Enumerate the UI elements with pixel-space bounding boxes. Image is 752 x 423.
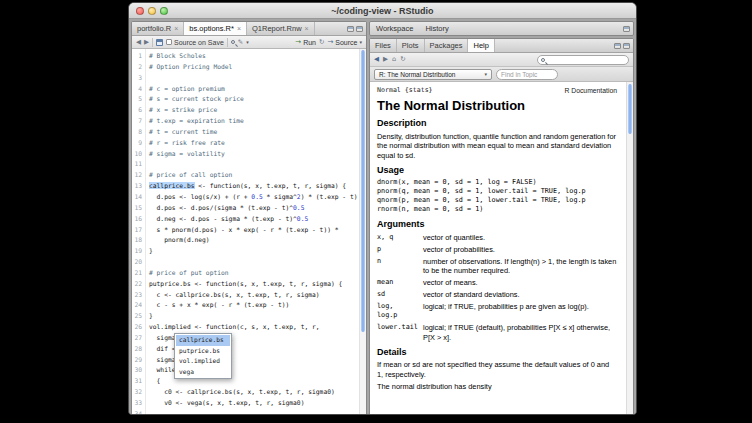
window-titlebar[interactable]: ~/coding-view - RStudio bbox=[129, 3, 636, 19]
code-line: d.pos <- log(s/x) + (r + 0.5 * sigma^2) … bbox=[149, 192, 359, 203]
argument-name: x, q bbox=[377, 233, 417, 242]
argument-row: meanvector of means. bbox=[377, 278, 617, 287]
workbench: portfolio.R×bs.options.R*×Q1Report.Rnw× … bbox=[129, 19, 636, 415]
tab-history[interactable]: History bbox=[419, 22, 454, 35]
window-title: ~/coding-view - RStudio bbox=[129, 6, 636, 16]
argument-name: sd bbox=[377, 290, 417, 299]
tab-plots[interactable]: Plots bbox=[397, 39, 425, 52]
line-number: 34 bbox=[132, 409, 142, 415]
find-in-topic-input[interactable] bbox=[496, 69, 558, 80]
code-tools-icon[interactable]: ✎ bbox=[238, 39, 243, 46]
source-on-save-label: Source on Save bbox=[174, 39, 224, 46]
tab-workspace[interactable]: Workspace bbox=[370, 22, 419, 35]
maximize-pane-icon[interactable] bbox=[623, 43, 630, 49]
line-number: 16 bbox=[132, 214, 142, 225]
help-topic-dropdown[interactable]: R: The Normal Distribution ▾ bbox=[374, 69, 492, 80]
code-line: } bbox=[149, 311, 359, 322]
scrollbar-thumb[interactable] bbox=[628, 84, 632, 134]
description-text: Density, distribution function, quantile… bbox=[377, 132, 617, 160]
line-number: 11 bbox=[132, 159, 142, 170]
line-number: 1 bbox=[132, 51, 142, 62]
code-line: d.neg <- d.pos - sigma * (t.exp - t)^0.5 bbox=[149, 214, 359, 225]
source-tab-portfolio-r[interactable]: portfolio.R× bbox=[132, 22, 184, 35]
back-icon[interactable]: ◀ bbox=[136, 39, 141, 46]
code-line: # c = option premium bbox=[149, 84, 359, 95]
tab-close-icon[interactable]: × bbox=[174, 25, 178, 32]
maximize-pane-icon[interactable] bbox=[356, 26, 363, 32]
code-line: } bbox=[149, 246, 359, 257]
autocomplete-item[interactable]: putprice.bs bbox=[176, 346, 230, 357]
source-tab-q1report-rnw[interactable]: Q1Report.Rnw× bbox=[247, 22, 315, 35]
zoom-window-button[interactable] bbox=[160, 7, 168, 15]
help-search-box[interactable] bbox=[537, 55, 629, 65]
minimize-pane-icon[interactable] bbox=[347, 26, 354, 32]
editor-scrollbar[interactable] bbox=[359, 49, 366, 415]
save-icon[interactable] bbox=[156, 39, 163, 46]
help-title: The Normal Distribution bbox=[377, 98, 617, 113]
argument-name: log, log.p bbox=[377, 302, 417, 321]
code-line: # t.exp = expiration time bbox=[149, 116, 359, 127]
chevron-down-icon[interactable]: ▾ bbox=[246, 39, 249, 45]
forward-icon[interactable]: ▶ bbox=[383, 56, 388, 63]
tab-help[interactable]: Help bbox=[468, 39, 494, 52]
section-heading-description: Description bbox=[377, 119, 617, 128]
code-line bbox=[149, 73, 359, 84]
tab-close-icon[interactable]: × bbox=[237, 25, 241, 32]
source-tab-bar: portfolio.R×bs.options.R*×Q1Report.Rnw× bbox=[132, 22, 366, 36]
refresh-icon[interactable]: ↻ bbox=[400, 56, 405, 63]
code-line: s * pnorm(d.pos) - x * exp( - r * (t.exp… bbox=[149, 225, 359, 236]
search-icon bbox=[541, 58, 545, 62]
home-icon[interactable]: ⌂ bbox=[392, 56, 396, 63]
argument-name: p bbox=[377, 245, 417, 254]
autocomplete-item[interactable]: vega bbox=[176, 367, 230, 378]
tab-packages[interactable]: Packages bbox=[425, 39, 469, 52]
code-line bbox=[149, 159, 359, 170]
checkbox-icon[interactable] bbox=[166, 39, 172, 45]
help-doc-header: Normal {stats} R Documentation bbox=[377, 86, 617, 95]
forward-icon[interactable]: ▶ bbox=[144, 39, 149, 46]
argument-row: lower.taillogical; if TRUE (default), pr… bbox=[377, 323, 617, 342]
line-number: 6 bbox=[132, 105, 142, 116]
line-number: 14 bbox=[132, 192, 142, 203]
code-line: # s = current stock price bbox=[149, 94, 359, 105]
argument-description: logical; if TRUE, probabilities p are gi… bbox=[423, 302, 617, 321]
argument-name: lower.tail bbox=[377, 323, 417, 342]
argument-description: number of observations. If length(n) > 1… bbox=[423, 257, 617, 276]
usage-line: rnorm(n, mean = 0, sd = 1) bbox=[377, 205, 617, 214]
back-icon[interactable]: ◀ bbox=[374, 56, 379, 63]
autocomplete-item[interactable]: callprice.bs bbox=[176, 335, 230, 346]
run-button[interactable]: → Run bbox=[295, 38, 316, 46]
argument-name: n bbox=[377, 257, 417, 276]
argument-description: vector of means. bbox=[423, 278, 617, 287]
autocomplete-item[interactable]: vol.implied bbox=[176, 356, 230, 367]
line-number: 23 bbox=[132, 290, 142, 301]
rerun-icon[interactable]: ↻ bbox=[319, 39, 324, 46]
argument-description: vector of probabilities. bbox=[423, 245, 617, 254]
minimize-window-button[interactable] bbox=[148, 7, 156, 15]
code-line: # Block Scholes bbox=[149, 51, 359, 62]
autocomplete-popup[interactable]: callprice.bsputprice.bsvol.impliedvega bbox=[174, 333, 232, 379]
scrollbar-thumb[interactable] bbox=[361, 50, 365, 332]
maximize-pane-icon[interactable] bbox=[623, 26, 630, 32]
section-heading-details: Details bbox=[377, 348, 617, 357]
code-line bbox=[149, 257, 359, 268]
tab-files[interactable]: Files bbox=[370, 39, 397, 52]
help-vertical-scrollbar[interactable] bbox=[626, 82, 633, 415]
tab-close-icon[interactable]: × bbox=[305, 25, 309, 32]
argument-row: x, qvector of quantiles. bbox=[377, 233, 617, 242]
code-line: # x = strike price bbox=[149, 105, 359, 116]
toolbar-separator bbox=[227, 38, 228, 47]
code-line: vol.implied <- function(c, s, x, t.exp, … bbox=[149, 322, 359, 333]
source-on-save-checkbox[interactable]: Source on Save bbox=[166, 39, 224, 46]
find-icon[interactable] bbox=[231, 40, 235, 44]
code-editor[interactable]: 1234567891011121314151617181920212223242… bbox=[132, 49, 366, 415]
help-search-input[interactable] bbox=[547, 56, 625, 63]
code-line: pnorm(d.neg) bbox=[149, 235, 359, 246]
argument-row: nnumber of observations. If length(n) > … bbox=[377, 257, 617, 276]
source-button[interactable]: → Source ▾ bbox=[327, 38, 362, 46]
minimize-pane-icon[interactable] bbox=[614, 43, 621, 49]
source-tab-bs-options-r[interactable]: bs.options.R*× bbox=[184, 22, 247, 35]
code-line: d.pos <- d.pos/(sigma * (t.exp - t)^0.5 bbox=[149, 203, 359, 214]
line-number: 13 bbox=[132, 181, 142, 192]
close-window-button[interactable] bbox=[136, 7, 144, 15]
